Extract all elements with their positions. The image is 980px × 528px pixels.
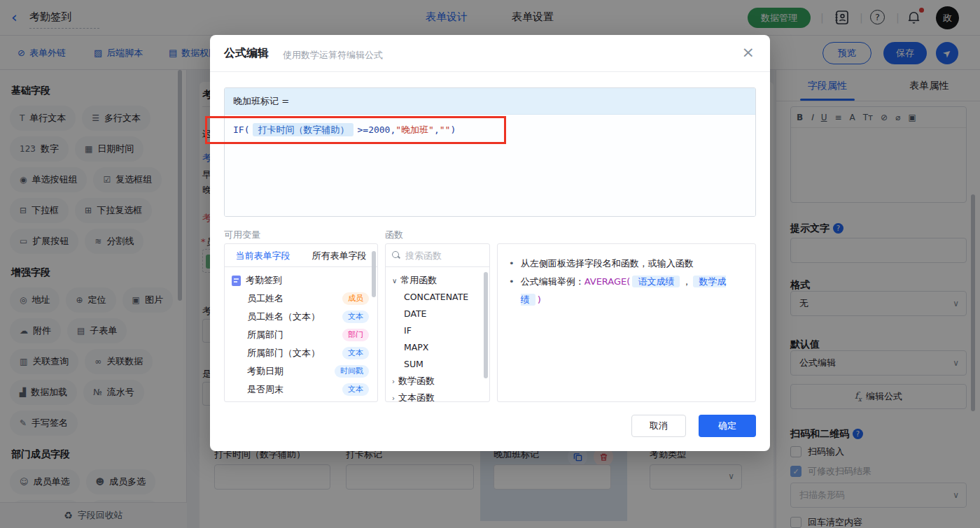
modal-subtitle: 使用数学运算符编辑公式 [283,49,383,62]
formula-comma-token: , [434,124,440,135]
modal-title: 公式编辑 [224,46,269,61]
function-item[interactable]: SUM [386,356,489,373]
help-panel: • 从左侧面板选择字段名和函数，或输入函数 • 公式编辑举例：AVERAGE(语… [497,243,756,402]
formula-string-token: "晚加班" [396,124,434,135]
variable-item[interactable]: 所属部门部门 [225,326,377,344]
example-function-open: AVERAGE( [584,276,631,287]
type-badge-member: 成员 [342,292,369,305]
variables-scrollbar[interactable] [372,251,376,297]
formula-empty-string-token: "" [440,124,451,135]
example-function-close: ) [538,294,541,305]
formula-field-chip[interactable]: 打卡时间（数字辅助） [253,123,354,136]
type-badge-dept: 部门 [342,329,369,341]
function-group-common[interactable]: ∨常用函数 [386,272,489,289]
tab-current-form-fields[interactable]: 当前表单字段 [225,244,301,266]
variable-item[interactable]: 考勤日期时间戳 [225,362,377,380]
variables-section-label: 可用变量 [224,229,260,241]
formula-editor-box: 晚加班标记 = IF(打卡时间（数字辅助）>=2000,"晚加班","") [224,87,756,217]
search-icon [392,251,400,259]
close-icon[interactable]: × [742,44,755,61]
type-badge-text: 文本 [342,311,369,323]
function-search [386,244,489,267]
type-badge-text: 文本 [342,383,369,396]
variable-item[interactable]: 员工姓名成员 [225,290,377,308]
tree-root-form[interactable]: 考勤签到 [225,271,377,290]
formula-function-token: IF( [233,124,249,135]
function-item[interactable]: IF [386,322,489,339]
variables-tabs: 当前表单字段 所有表单字段 [225,244,377,267]
variables-panel: 当前表单字段 所有表单字段 考勤签到 员工姓名成员 员工姓名（文本）文本 所属部… [224,243,378,402]
function-item[interactable]: MAPX [386,339,489,356]
function-item[interactable]: DATE [386,306,489,322]
variable-item[interactable]: 所属部门（文本）文本 [225,344,377,362]
variable-item[interactable]: 员工姓名（文本）文本 [225,308,377,326]
variable-item[interactable]: 是否周末文本 [225,380,377,399]
tab-all-form-fields[interactable]: 所有表单字段 [301,244,377,266]
formula-input-area[interactable]: IF(打卡时间（数字辅助）>=2000,"晚加班","") [225,115,755,217]
functions-panel: ∨常用函数 CONCATENATE DATE IF MAPX SUM ›数学函数… [385,243,490,402]
bullet-icon: • [509,255,514,273]
variables-list: 考勤签到 员工姓名成员 员工姓名（文本）文本 所属部门部门 所属部门（文本）文本… [225,267,377,399]
formula-edit-modal: 公式编辑 使用数学运算符编辑公式 × 晚加班标记 = IF(打卡时间（数字辅助）… [210,35,770,451]
app-window: ‹ 考勤签到 表单设计 表单设置 数据管理 | | ? | 政 ⊘表单外链 [0,0,980,528]
chevron-right-icon: › [392,373,395,390]
function-group-textfn[interactable]: ›文本函数 [386,390,489,402]
formula-close-token: ) [450,124,456,135]
chevron-down-icon: ∨ [392,273,397,290]
help-example-line: • 公式编辑举例：AVERAGE(语文成绩，数学成绩) [509,273,744,309]
formula-target: 晚加班标记 = [225,88,755,115]
confirm-button[interactable]: 确定 [699,415,756,437]
function-group-math[interactable]: ›数学函数 [386,373,489,390]
functions-scrollbar[interactable] [484,272,488,378]
bullet-icon: • [509,273,514,309]
example-comma: ， [682,276,691,287]
chevron-right-icon: › [392,390,395,402]
help-line: • 从左侧面板选择字段名和函数，或输入函数 [509,255,744,273]
type-badge-timestamp: 时间戳 [335,365,369,378]
modal-header: 公式编辑 使用数学运算符编辑公式 × [210,35,770,72]
functions-tree: ∨常用函数 CONCATENATE DATE IF MAPX SUM ›数学函数… [386,267,489,402]
type-badge-text: 文本 [342,347,369,359]
functions-section-label: 函数 [385,229,403,241]
form-doc-icon [232,276,241,286]
example-field-chip: 语文成绩 [632,276,680,287]
function-item[interactable]: CONCATENATE [386,289,489,306]
search-input[interactable] [405,250,475,261]
formula-comparison-token: >=2000, [357,124,396,135]
cancel-button[interactable]: 取消 [631,415,686,437]
